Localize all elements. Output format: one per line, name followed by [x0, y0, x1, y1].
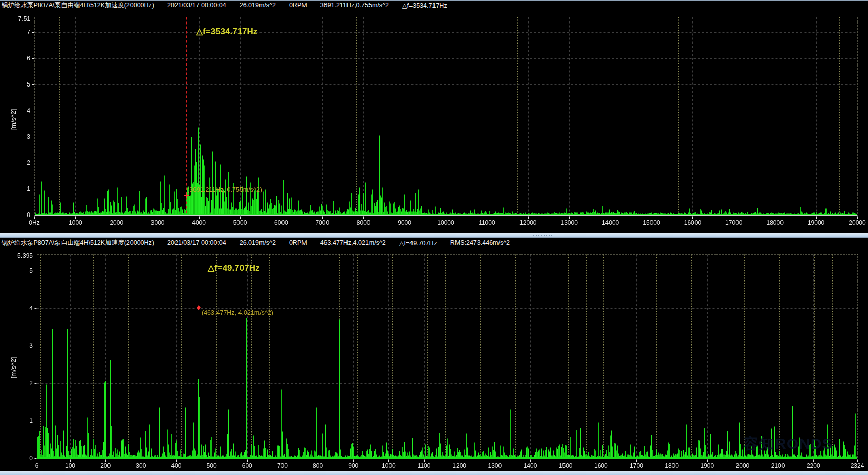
top-spectrum-plot[interactable]: 0Hz1000200030004000500060007000800090001…: [0, 9, 868, 233]
measurement-time: 2021/03/17 00:00:04: [167, 2, 226, 9]
spectrum-analyzer-window: 锅炉给水泵P807A\泵自由端4H\512K加速度(20000Hz) 2021/…: [0, 0, 868, 475]
bottom-cursor-marker-label: (463.477Hz, 4.021m/s^2): [202, 309, 273, 316]
y-tick-label: 2: [4, 160, 30, 166]
top-cursor-marker-label: (3691.211Hz, 0.755m/s^2): [187, 186, 262, 193]
x-tick-label: 1900: [700, 463, 714, 469]
y-tick-label: 0: [6, 455, 33, 462]
y-tick-label: 1: [4, 186, 30, 192]
x-tick-label: 8000: [357, 220, 371, 226]
x-tick-label: 1800: [665, 463, 679, 469]
overall-value: 26.019m/s^2: [240, 2, 276, 9]
delta-f-readout: △f=3534.717Hz: [402, 2, 447, 9]
rpm-value: 0RPM: [289, 2, 307, 9]
delta-f-readout: △f=49.707Hz: [399, 239, 437, 247]
bottom-delta-f-annotation: △f=49.707Hz: [208, 263, 259, 273]
channel-title: 锅炉给水泵P807A\泵自由端4H\512K加速度(20000Hz): [2, 1, 154, 10]
x-tick-label: 6: [35, 463, 39, 469]
x-tick-label: 5000: [233, 220, 247, 226]
x-tick-label: 14000: [602, 220, 619, 226]
y-tick-label: 5: [6, 268, 33, 274]
x-tick-label: 2324: [851, 463, 864, 469]
x-tick-label: 15000: [643, 220, 660, 226]
top-delta-f-annotation: △f=3534.717Hz: [196, 26, 257, 37]
x-tick-label: 1100: [418, 463, 431, 469]
x-tick-label: 200: [100, 463, 111, 469]
measurement-time: 2021/03/17 00:00:04: [167, 239, 226, 246]
x-tick-label: 400: [171, 463, 181, 469]
cursor-readout: 3691.211Hz,0.755m/s^2: [320, 2, 389, 9]
x-tick-label: 7000: [315, 220, 329, 226]
y-tick-label: 3: [6, 342, 33, 349]
x-tick-label: 1500: [559, 463, 573, 469]
x-tick-label: 600: [242, 463, 252, 469]
x-tick-label: 1600: [594, 463, 608, 469]
x-tick-label: 10000: [437, 220, 454, 226]
x-tick-label: 2100: [771, 463, 785, 469]
x-tick-label: 900: [348, 463, 358, 469]
y-tick-label: 0: [4, 212, 30, 219]
bottom-y-axis-title: [m/s^2]: [10, 353, 17, 383]
x-tick-label: 4000: [192, 220, 206, 226]
x-tick-label: 1700: [630, 463, 643, 469]
y-tick-label: 1: [6, 417, 33, 424]
channel-title: 锅炉给水泵P807A\泵自由端4H\512K加速度(20000Hz): [2, 239, 154, 247]
y-tick-label: 7.51: [4, 15, 30, 22]
x-tick-label: 13000: [561, 220, 578, 226]
x-tick-label: 500: [207, 463, 217, 469]
top-pane-header: 锅炉给水泵P807A\泵自由端4H\512K加速度(20000Hz) 2021/…: [0, 1, 868, 9]
x-tick-label: 1000: [69, 220, 82, 226]
top-spectrum-canvas[interactable]: [0, 9, 868, 233]
x-tick-label: 2000: [110, 220, 123, 226]
bottom-spectrum-plot[interactable]: 6100200300400500600700800900100011001200…: [0, 247, 868, 471]
x-tick-label: 100: [65, 463, 75, 469]
x-tick-label: 18000: [767, 220, 784, 226]
x-tick-label: 700: [277, 463, 288, 469]
x-tick-label: 20000: [849, 220, 865, 226]
x-tick-label: 11000: [479, 220, 495, 226]
x-tick-label: 19000: [808, 220, 824, 226]
overall-value: 26.019m/s^2: [240, 239, 276, 246]
splitter-grip-icon[interactable]: [533, 235, 552, 236]
pane-splitter[interactable]: [0, 233, 868, 238]
y-tick-label: 4: [6, 305, 33, 312]
ronds-watermark: 容知RONDS: [743, 434, 833, 455]
bottom-pane-header: 锅炉给水泵P807A\泵自由端4H\512K加速度(20000Hz) 2021/…: [0, 238, 868, 247]
x-tick-label: 2200: [807, 463, 820, 469]
rms-readout: RMS:2473.446m/s^2: [450, 239, 510, 246]
y-tick-label: 5.395: [6, 253, 33, 260]
cursor-readout: 463.477Hz,4.021m/s^2: [320, 239, 386, 246]
x-tick-label: 1200: [452, 463, 466, 469]
x-tick-label: 6000: [274, 220, 288, 226]
x-tick-label: 0Hz: [29, 220, 39, 226]
y-tick-label: 7: [4, 29, 30, 36]
x-tick-label: 1000: [382, 463, 396, 469]
y-tick-label: 5: [4, 81, 30, 88]
x-tick-label: 1400: [524, 463, 537, 469]
bottom-spectrum-canvas[interactable]: [0, 247, 868, 471]
window-bottom-edge: [0, 471, 868, 475]
x-tick-label: 9000: [398, 220, 411, 226]
x-tick-label: 12000: [519, 220, 536, 226]
x-tick-label: 17000: [725, 220, 742, 226]
y-tick-label: 6: [4, 55, 30, 62]
x-tick-label: 3000: [151, 220, 165, 226]
x-tick-label: 800: [313, 463, 323, 469]
x-tick-label: 1300: [488, 463, 502, 469]
x-tick-label: 300: [136, 463, 146, 469]
rpm-value: 0RPM: [289, 239, 307, 246]
x-tick-label: 16000: [684, 220, 701, 226]
x-tick-label: 2000: [736, 463, 750, 469]
top-y-axis-title: [m/s^2]: [10, 104, 17, 135]
